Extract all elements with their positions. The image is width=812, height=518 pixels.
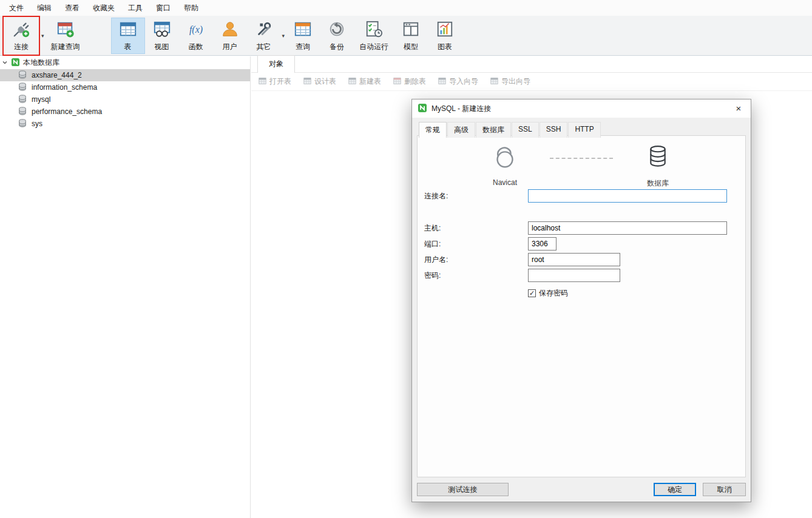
save-password-row: ✓ 保存密码 [528,288,568,298]
username-input[interactable] [528,253,620,266]
chevron-down-icon[interactable] [2,59,8,67]
tab-objects[interactable]: 对象 [257,55,295,73]
main-toolbar: 连接 ▾ 新建查询 [0,16,812,56]
open-table-action: 打开表 [259,76,291,87]
database-cylinder-icon [18,119,27,129]
tab-http[interactable]: HTTP [568,122,600,138]
database-name: axshare_444_2 [32,71,82,79]
dialog-title: MySQL - 新建连接 [431,104,491,114]
tree-item-database[interactable]: performance_schema [0,106,250,118]
dialog-titlebar[interactable]: MySQL - 新建连接 [412,99,751,118]
database-logo-block: 数据库 [621,143,694,189]
import-wizard-action: 导入向导 [438,76,478,87]
close-icon[interactable]: × [731,103,746,115]
menu-tools[interactable]: 工具 [121,0,149,16]
connection-name-input[interactable] [528,189,727,203]
navicat-logo-label: Navicat [493,178,517,187]
cancel-button[interactable]: 取消 [703,483,746,496]
toolbar-query-button[interactable]: 查询 [286,18,320,54]
delete-table-action: 删除表 [393,76,426,87]
view-label: 视图 [155,42,169,52]
navicat-logo-block: Navicat [469,143,541,187]
menu-bar: 文件 编辑 查看 收藏夹 工具 窗口 帮助 [0,0,812,16]
port-row: 端口: [424,237,736,251]
password-input[interactable] [528,269,620,282]
host-input[interactable] [528,221,727,235]
port-input[interactable] [528,237,557,251]
toolbar-separator [86,35,111,36]
delete-table-label: 删除表 [404,76,426,87]
menu-help[interactable]: 帮助 [177,0,205,16]
import-wizard-icon [438,77,446,87]
new-table-icon [348,77,356,87]
connection-annotation-box: 连接 [2,16,40,56]
query-icon [294,20,312,40]
table-actionbar: 打开表 设计表 新建表 删除表 导入向导 导出向导 [251,73,812,91]
database-cylinder-icon [18,70,27,81]
tree-item-database[interactable]: information_schema [0,81,250,93]
query-label: 查询 [296,42,310,52]
function-icon: f(x) [187,20,205,40]
host-label: 主机: [424,223,528,234]
connection-tree-sidebar: 本地数据库 axshare_444_2 information_schema m… [0,56,251,518]
username-label: 用户名: [424,255,528,265]
model-label: 模型 [404,42,418,52]
toolbar-automation-button[interactable]: 自动运行 [354,18,394,54]
new-table-action: 新建表 [348,76,381,87]
tree-root-label: 本地数据库 [23,58,59,68]
toolbar-user-button[interactable]: 用户 [213,18,247,54]
backup-icon [328,20,346,40]
database-cylinder-icon [18,82,27,93]
design-table-label: 设计表 [314,76,336,87]
database-logo-icon [646,143,670,173]
tree-item-database[interactable]: sys [0,118,250,130]
connection-button[interactable]: 连接 [4,18,38,54]
toolbar-function-button[interactable]: f(x) 函数 [179,18,213,54]
toolbar-other-button[interactable]: 其它 [247,18,281,54]
other-label: 其它 [257,42,271,52]
new-query-icon [56,20,75,40]
tab-general[interactable]: 常规 [419,122,447,138]
user-label: 用户 [223,42,237,52]
menu-edit[interactable]: 编辑 [30,0,58,16]
connection-caret-icon[interactable]: ▾ [41,33,44,39]
toolbar-chart-button[interactable]: 图表 [428,18,462,54]
tab-database[interactable]: 数据库 [476,122,511,138]
host-row: 主机: [424,221,736,235]
toolbar-table-button[interactable]: 表 [111,18,145,54]
database-name: mysql [32,95,50,104]
import-wizard-label: 导入向导 [449,76,478,87]
ok-button[interactable]: 确定 [654,483,696,496]
tree-item-database[interactable]: mysql [0,93,250,106]
export-wizard-icon [490,77,498,87]
port-label: 端口: [424,239,528,249]
menu-window[interactable]: 窗口 [149,0,177,16]
dialog-tabs: 常规 高级 数据库 SSL SSH HTTP [419,122,601,138]
toolbar-backup-button[interactable]: 备份 [320,18,354,54]
tree-item-database[interactable]: axshare_444_2 [0,69,250,81]
new-query-button[interactable]: 新建查询 [46,18,86,54]
test-connection-button[interactable]: 测试连接 [417,483,509,496]
database-cylinder-icon [18,95,27,105]
new-connection-dialog: MySQL - 新建连接 × 常规 高级 数据库 SSL SSH HTTP [411,99,751,502]
tab-ssh[interactable]: SSH [540,122,568,138]
export-wizard-label: 导出向导 [501,76,530,87]
database-logo-label: 数据库 [647,178,669,189]
navicat-logo-icon [491,143,519,173]
toolbar-view-button[interactable]: 视图 [145,18,179,54]
function-label: 函数 [189,42,203,52]
open-table-icon [259,77,266,87]
navicat-connection-icon [11,58,20,69]
tab-ssl[interactable]: SSL [512,122,539,138]
toolbar-model-button[interactable]: 模型 [394,18,428,54]
menu-view[interactable]: 查看 [58,0,86,16]
database-name: sys [32,119,42,128]
save-password-checkbox[interactable]: ✓ [528,289,536,297]
tab-advanced[interactable]: 高级 [447,122,475,138]
menu-file[interactable]: 文件 [2,0,30,16]
tree-root-local-db[interactable]: 本地数据库 [0,56,250,69]
connection-diagram: Navicat 数据库 [418,143,745,189]
menu-favorites[interactable]: 收藏夹 [86,0,121,16]
backup-label: 备份 [330,42,344,52]
other-caret-icon[interactable]: ▾ [282,33,285,39]
